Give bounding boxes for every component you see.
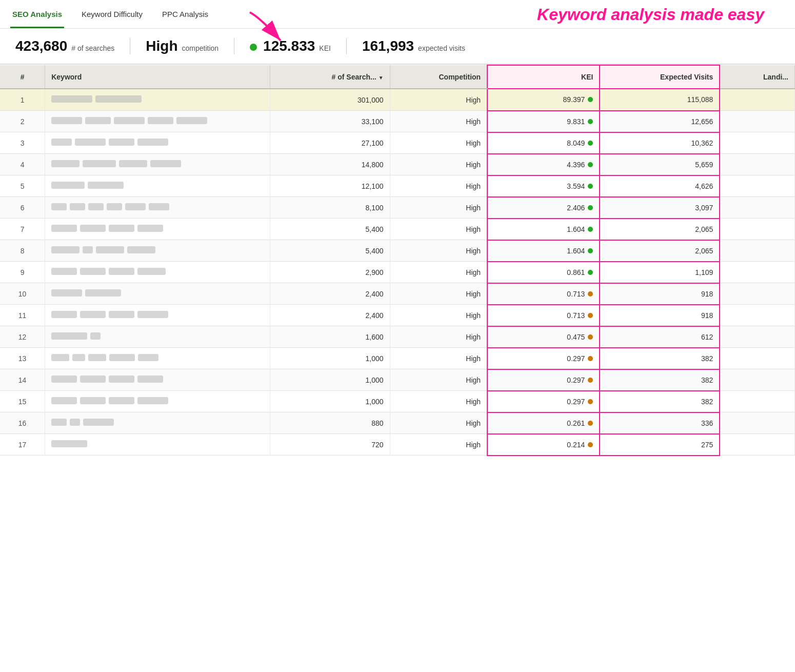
cell-num: 13 <box>0 348 45 369</box>
table-row: 121,600High0.475612 <box>0 326 795 348</box>
cell-kei: 89.397 <box>487 89 600 111</box>
cell-keyword <box>45 219 270 240</box>
nav-tabs: SEO Analysis Keyword Difficulty PPC Anal… <box>10 0 210 28</box>
cell-landing <box>720 175 794 197</box>
tab-ppc-analysis[interactable]: PPC Analysis <box>160 0 210 28</box>
cell-kei: 0.214 <box>487 434 600 456</box>
cell-kei: 0.297 <box>487 369 600 391</box>
cell-expected-visits: 3,097 <box>600 197 720 219</box>
cell-expected-visits: 918 <box>600 283 720 305</box>
cell-num: 17 <box>0 434 45 456</box>
col-header-competition: Competition <box>390 65 487 89</box>
cell-expected-visits: 918 <box>600 305 720 326</box>
kei-dot-indicator <box>588 291 593 297</box>
cell-expected-visits: 382 <box>600 369 720 391</box>
table-wrapper: # Keyword # of Search...▼ Competition KE… <box>0 65 795 672</box>
visits-label: expected visits <box>418 44 465 52</box>
cell-competition: High <box>390 348 487 369</box>
table-row: 102,400High0.713918 <box>0 283 795 305</box>
table-row: 233,100High9.83112,656 <box>0 111 795 132</box>
cell-landing <box>720 111 794 132</box>
cell-num: 15 <box>0 391 45 412</box>
kei-dot-indicator <box>588 162 593 167</box>
cell-expected-visits: 1,109 <box>600 262 720 283</box>
cell-competition: High <box>390 197 487 219</box>
cell-kei: 1.604 <box>487 240 600 262</box>
kei-dot-indicator <box>588 205 593 210</box>
searches-value: 423,680 <box>15 38 67 54</box>
competition-label: competition <box>182 44 219 52</box>
cell-landing <box>720 154 794 175</box>
cell-kei: 0.713 <box>487 283 600 305</box>
cell-keyword <box>45 348 270 369</box>
col-header-num: # <box>0 65 45 89</box>
cell-kei: 0.713 <box>487 305 600 326</box>
table-row: 92,900High0.8611,109 <box>0 262 795 283</box>
cell-keyword <box>45 111 270 132</box>
cell-competition: High <box>390 326 487 348</box>
cell-kei: 0.297 <box>487 348 600 369</box>
cell-kei: 4.396 <box>487 154 600 175</box>
kei-dot-indicator <box>588 378 593 383</box>
cell-expected-visits: 4,626 <box>600 175 720 197</box>
cell-num: 10 <box>0 283 45 305</box>
tab-ppc-label: PPC Analysis <box>162 10 208 18</box>
table-row: 512,100High3.5944,626 <box>0 175 795 197</box>
summary-bar: 423,680 # of searches High competition 1… <box>0 29 795 65</box>
cell-expected-visits: 275 <box>600 434 720 456</box>
kei-dot-indicator <box>588 184 593 189</box>
kei-dot-indicator <box>588 421 593 426</box>
cell-landing <box>720 326 794 348</box>
cell-expected-visits: 115,088 <box>600 89 720 111</box>
kei-dot-indicator <box>588 119 593 124</box>
cell-keyword <box>45 132 270 154</box>
cell-num: 6 <box>0 197 45 219</box>
cell-searches: 2,400 <box>270 305 390 326</box>
cell-num: 1 <box>0 89 45 111</box>
cell-kei: 2.406 <box>487 197 600 219</box>
kei-dot-indicator <box>588 334 593 340</box>
summary-kei: 125.833 KEI <box>234 38 347 54</box>
summary-competition: High competition <box>130 38 234 54</box>
cell-keyword <box>45 154 270 175</box>
kei-dot-indicator <box>588 356 593 361</box>
cell-competition: High <box>390 154 487 175</box>
cell-searches: 2,400 <box>270 283 390 305</box>
cell-competition: High <box>390 262 487 283</box>
cell-landing <box>720 219 794 240</box>
visits-value: 161,993 <box>362 38 414 54</box>
cell-expected-visits: 2,065 <box>600 240 720 262</box>
cell-landing <box>720 197 794 219</box>
cell-expected-visits: 5,659 <box>600 154 720 175</box>
cell-searches: 33,100 <box>270 111 390 132</box>
cell-keyword <box>45 434 270 456</box>
cell-landing <box>720 89 794 111</box>
table-row: 75,400High1.6042,065 <box>0 219 795 240</box>
cell-searches: 14,800 <box>270 154 390 175</box>
cell-searches: 301,000 <box>270 89 390 111</box>
cell-expected-visits: 10,362 <box>600 132 720 154</box>
cell-expected-visits: 2,065 <box>600 219 720 240</box>
cell-searches: 8,100 <box>270 197 390 219</box>
cell-competition: High <box>390 305 487 326</box>
cell-landing <box>720 240 794 262</box>
cell-searches: 5,400 <box>270 219 390 240</box>
cell-searches: 880 <box>270 412 390 434</box>
cell-searches: 2,900 <box>270 262 390 283</box>
cell-competition: High <box>390 175 487 197</box>
cell-landing <box>720 283 794 305</box>
table-row: 131,000High0.297382 <box>0 348 795 369</box>
col-header-searches[interactable]: # of Search...▼ <box>270 65 390 89</box>
summary-visits: 161,993 expected visits <box>347 38 481 54</box>
cell-searches: 1,000 <box>270 348 390 369</box>
cell-kei: 8.049 <box>487 132 600 154</box>
kei-label: KEI <box>319 44 331 52</box>
kei-dot-indicator <box>588 227 593 232</box>
tab-seo-analysis[interactable]: SEO Analysis <box>10 0 64 28</box>
tab-keyword-difficulty[interactable]: Keyword Difficulty <box>80 0 145 28</box>
cell-num: 3 <box>0 132 45 154</box>
kei-dot-indicator <box>588 97 593 102</box>
cell-landing <box>720 369 794 391</box>
cell-competition: High <box>390 89 487 111</box>
cell-kei: 0.297 <box>487 391 600 412</box>
